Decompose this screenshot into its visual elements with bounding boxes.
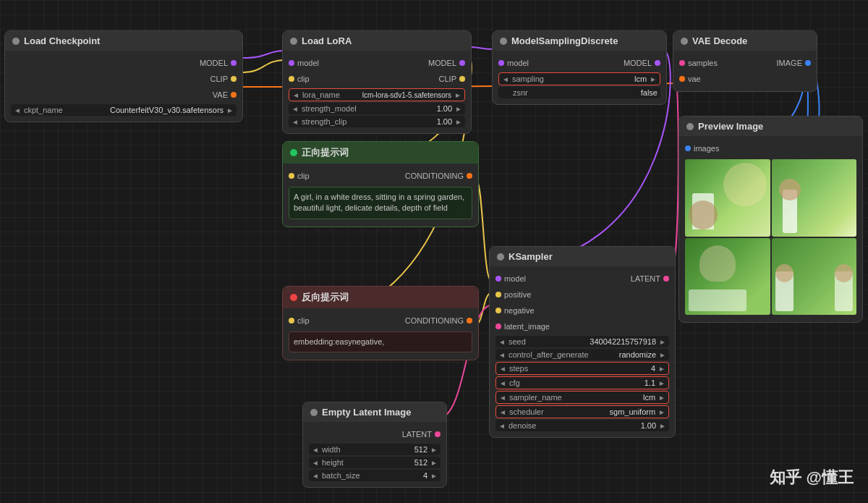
str-model-left[interactable]: ◄ — [292, 105, 299, 113]
batch-control[interactable]: ◄ batch_size 4 ► — [309, 470, 441, 481]
ckpt-right-arrow[interactable]: ► — [226, 106, 234, 114]
ks-latent-row: latent_image — [490, 318, 675, 334]
height-left[interactable]: ◄ — [312, 459, 319, 467]
neg-cond-dot[interactable] — [467, 318, 472, 324]
cag-right[interactable]: ► — [659, 351, 666, 359]
ks-latent-out-dot[interactable] — [663, 276, 669, 282]
preview-images-dot[interactable] — [685, 145, 691, 151]
clip-port-dot[interactable] — [231, 76, 237, 82]
lora-model-out-dot[interactable] — [459, 60, 465, 66]
ms-model-row: model MODEL — [493, 55, 666, 71]
cag-left[interactable]: ◄ — [498, 351, 506, 359]
denoise-right[interactable]: ► — [659, 422, 666, 430]
latent-port-dot[interactable] — [435, 431, 441, 437]
node-status-dot — [290, 149, 297, 156]
seed-label: seed — [509, 337, 587, 346]
strength-clip-control[interactable]: ◄ strength_clip 1.00 ► — [289, 116, 465, 127]
ms-model-out-label: MODEL — [624, 59, 652, 67]
ks-latent-in-dot[interactable] — [495, 324, 501, 329]
steps-control[interactable]: ◄ steps 4 ► — [495, 362, 669, 375]
ks-positive-dot[interactable] — [495, 292, 501, 297]
zsnr-value: false — [641, 88, 658, 97]
cfg-right[interactable]: ► — [658, 379, 665, 387]
steps-left[interactable]: ◄ — [499, 365, 506, 373]
ms-model-out-dot[interactable] — [655, 60, 660, 66]
vae-vae-label: vae — [688, 75, 701, 83]
str-clip-right[interactable]: ► — [455, 118, 462, 126]
positive-prompt-text[interactable]: A girl, in a white dress, sitting in a s… — [289, 187, 472, 219]
vae-image-dot[interactable] — [805, 60, 811, 66]
steps-value: 4 — [651, 364, 655, 373]
lora-clip-in-dot[interactable] — [289, 76, 294, 82]
vae-vae-dot[interactable] — [679, 76, 685, 82]
lora-model-out-label: MODEL — [428, 59, 456, 67]
ks-latent-label: latent_image — [504, 322, 550, 331]
negative-prompt-header: 反向提示词 — [283, 287, 478, 308]
pos-clip-in-dot[interactable] — [289, 173, 294, 179]
neg-clip-label: clip — [297, 316, 310, 325]
denoise-left[interactable]: ◄ — [498, 422, 506, 430]
pos-cond-dot[interactable] — [467, 173, 472, 179]
sn-right[interactable]: ► — [658, 394, 665, 402]
empty-latent-body: LATENT ◄ width 512 ► ◄ height 512 ► ◄ ba… — [303, 422, 446, 487]
negative-prompt-text[interactable]: embedding:easynegative, — [289, 331, 472, 352]
height-right[interactable]: ► — [430, 459, 438, 467]
width-control[interactable]: ◄ width 512 ► — [309, 444, 441, 455]
width-left[interactable]: ◄ — [312, 446, 319, 454]
vae-port-dot[interactable] — [231, 92, 237, 98]
denoise-control[interactable]: ◄ denoise 1.00 ► — [495, 420, 669, 431]
lora-name-left-arrow[interactable]: ◄ — [292, 91, 299, 99]
model-port-dot[interactable] — [231, 60, 237, 66]
height-control[interactable]: ◄ height 512 ► — [309, 457, 441, 468]
control-after-control[interactable]: ◄ control_after_generate randomize ► — [495, 349, 669, 360]
ks-latent-out-label: LATENT — [631, 274, 660, 283]
lora-name-right-arrow[interactable]: ► — [454, 91, 461, 99]
cfg-left[interactable]: ◄ — [499, 379, 506, 387]
sched-right[interactable]: ► — [658, 408, 665, 416]
sampling-right[interactable]: ► — [650, 75, 657, 83]
sn-left[interactable]: ◄ — [499, 394, 506, 402]
latent-port-row: LATENT — [303, 426, 446, 442]
sched-left[interactable]: ◄ — [499, 408, 506, 416]
lora-clip-out-dot[interactable] — [459, 76, 465, 82]
ckpt-left-arrow[interactable]: ◄ — [14, 106, 21, 114]
watermark: 知乎 @懂王 — [770, 467, 854, 489]
ks-negative-dot[interactable] — [495, 308, 501, 313]
vae-decode-node: VAE Decode samples IMAGE vae — [673, 30, 817, 92]
ks-model-row: model LATENT — [490, 271, 675, 287]
preview-image-header: Preview Image — [679, 117, 862, 136]
cfg-value: 1.1 — [644, 379, 655, 387]
str-clip-left[interactable]: ◄ — [292, 118, 299, 126]
str-model-right[interactable]: ► — [455, 105, 462, 113]
lora-model-in-label: model — [297, 59, 319, 67]
neg-clip-in-dot[interactable] — [289, 318, 294, 324]
scheduler-control[interactable]: ◄ scheduler sgm_uniform ► — [495, 405, 669, 418]
empty-latent-node: Empty Latent Image LATENT ◄ width 512 ► … — [302, 402, 447, 488]
vae-samples-dot[interactable] — [679, 60, 685, 66]
sampling-control[interactable]: ◄ sampling lcm ► — [498, 72, 660, 85]
seed-control[interactable]: ◄ seed 340042215757918 ► — [495, 336, 669, 347]
zsnr-control[interactable]: zsnr false — [498, 87, 660, 98]
sampling-left[interactable]: ◄ — [502, 75, 509, 83]
ks-model-in-dot[interactable] — [495, 276, 501, 282]
seed-left[interactable]: ◄ — [498, 338, 506, 346]
strength-model-control[interactable]: ◄ strength_model 1.00 ► — [289, 103, 465, 114]
node-status-dot — [290, 38, 297, 45]
batch-left[interactable]: ◄ — [312, 472, 319, 480]
ckpt-control[interactable]: ◄ ckpt_name CounterfeitV30_v30.safetenso… — [11, 104, 237, 116]
ms-model-in-dot[interactable] — [498, 60, 504, 66]
preview-images-row: images — [679, 140, 862, 156]
sampler-name-control[interactable]: ◄ sampler_name lcm ► — [495, 391, 669, 404]
height-value: 512 — [414, 458, 427, 467]
preview-image-body: images — [679, 136, 862, 322]
model-sampling-header: ModelSamplingDiscrete — [493, 31, 666, 51]
lora-name-control[interactable]: ◄ lora_name lcm-lora-sdv1-5.safetensors … — [289, 88, 465, 101]
seed-right[interactable]: ► — [659, 338, 666, 346]
batch-right[interactable]: ► — [430, 472, 438, 480]
width-right[interactable]: ► — [430, 446, 438, 454]
cfg-control[interactable]: ◄ cfg 1.1 ► — [495, 376, 669, 389]
sn-label: sampler_name — [509, 393, 640, 402]
steps-right[interactable]: ► — [658, 365, 665, 373]
lora-model-in-dot[interactable] — [289, 60, 294, 66]
ksampler-node: KSampler model LATENT positive negative … — [489, 246, 676, 438]
